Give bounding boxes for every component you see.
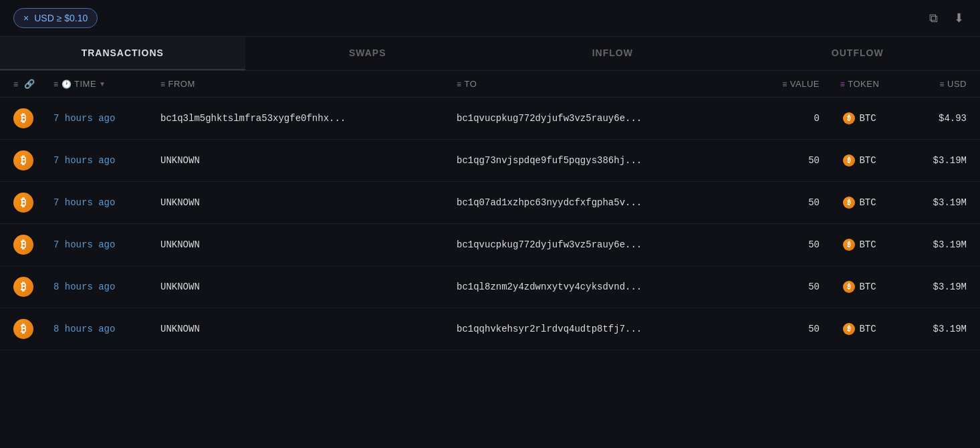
row-value: 50 xyxy=(753,239,820,250)
token-name: BTC xyxy=(859,197,876,208)
tab-outflow[interactable]: OUTFLOW xyxy=(735,37,981,70)
header-to[interactable]: ≡ TO xyxy=(457,79,753,89)
row-token: ₿ BTC xyxy=(820,154,900,166)
row-from: UNKNOWN xyxy=(160,197,457,208)
btc-token-icon: ₿ xyxy=(843,323,855,335)
row-usd: $3.19M xyxy=(900,155,967,166)
header-token[interactable]: ≡ TOKEN xyxy=(820,79,900,89)
token-name: BTC xyxy=(859,324,876,334)
filter-token-icon[interactable]: ≡ xyxy=(840,80,846,89)
filter-value-icon[interactable]: ≡ xyxy=(782,80,787,89)
btc-token-icon: ₿ xyxy=(843,197,855,209)
tabs-row: TRANSACTIONS SWAPS INFLOW OUTFLOW xyxy=(0,37,980,71)
btc-icon: ₿ xyxy=(13,319,33,339)
table-row[interactable]: ₿ 7 hours ago UNKNOWN bc1qvucpkug772dyju… xyxy=(0,224,980,266)
row-icon-col: ₿ xyxy=(13,319,53,339)
btc-token-icon: ₿ xyxy=(843,112,855,124)
table-row[interactable]: ₿ 8 hours ago UNKNOWN bc1ql8znm2y4zdwnxy… xyxy=(0,266,980,308)
row-from: UNKNOWN xyxy=(160,239,457,250)
row-from: UNKNOWN xyxy=(160,324,457,334)
tab-inflow[interactable]: INFLOW xyxy=(490,37,735,70)
filter-to-icon[interactable]: ≡ xyxy=(457,80,462,89)
header-icons-col: ≡ 🔗 xyxy=(13,79,53,89)
row-to: bc1qvucpkug772dyjufw3vz5rauy6e... xyxy=(457,113,753,124)
link-icon: 🔗 xyxy=(24,79,35,89)
row-to: bc1qvucpkug772dyjufw3vz5rauy6e... xyxy=(457,239,753,250)
download-icon: ⬇ xyxy=(954,11,964,25)
btc-icon: ₿ xyxy=(13,108,33,128)
value-label: VALUE xyxy=(790,79,820,89)
top-bar: × USD ≥ $0.10 ⧉ ⬇ xyxy=(0,0,980,37)
clock-icon: 🕐 xyxy=(62,80,72,89)
row-icon-col: ₿ xyxy=(13,108,53,128)
row-value: 50 xyxy=(753,197,820,208)
header-value[interactable]: ≡ VALUE xyxy=(753,79,820,89)
copy-icon: ⧉ xyxy=(929,11,938,25)
btc-icon: ₿ xyxy=(13,277,33,297)
row-from: UNKNOWN xyxy=(160,155,457,166)
btc-icon: ₿ xyxy=(13,193,33,213)
filter-time-icon[interactable]: ≡ xyxy=(53,80,59,89)
btc-icon: ₿ xyxy=(13,235,33,255)
filter-from-icon[interactable]: ≡ xyxy=(160,80,166,89)
token-name: BTC xyxy=(859,282,876,292)
row-time: 8 hours ago xyxy=(53,282,160,292)
btc-token-icon: ₿ xyxy=(843,281,855,293)
header-time[interactable]: ≡ 🕐 TIME ▼ xyxy=(53,79,160,89)
table-row[interactable]: ₿ 7 hours ago UNKNOWN bc1q07ad1xzhpc63ny… xyxy=(0,182,980,224)
row-usd: $3.19M xyxy=(900,239,967,250)
row-time: 7 hours ago xyxy=(53,239,160,250)
header-usd[interactable]: ≡ USD xyxy=(900,79,967,89)
row-time: 8 hours ago xyxy=(53,324,160,334)
table-row[interactable]: ₿ 7 hours ago UNKNOWN bc1qg73nvjspdqe9fu… xyxy=(0,140,980,182)
row-to: bc1qg73nvjspdqe9fuf5pqgys386hj... xyxy=(457,155,753,166)
from-label: FROM xyxy=(168,79,195,89)
row-value: 50 xyxy=(753,155,820,166)
row-to: bc1qqhvkehsyr2rlrdvq4udtp8tfj7... xyxy=(457,324,753,334)
row-icon-col: ₿ xyxy=(13,235,53,255)
btc-token-icon: ₿ xyxy=(843,239,855,251)
token-name: BTC xyxy=(859,239,876,250)
sort-arrow-icon[interactable]: ▼ xyxy=(99,80,106,88)
tab-transactions[interactable]: TRANSACTIONS xyxy=(0,37,245,70)
copy-button[interactable]: ⧉ xyxy=(927,9,941,28)
token-label: TOKEN xyxy=(848,79,879,89)
row-usd: $4.93 xyxy=(900,113,967,124)
row-time: 7 hours ago xyxy=(53,197,160,208)
row-usd: $3.19M xyxy=(900,282,967,292)
row-token: ₿ BTC xyxy=(820,112,900,124)
row-token: ₿ BTC xyxy=(820,197,900,209)
row-from: UNKNOWN xyxy=(160,282,457,292)
row-icon-col: ₿ xyxy=(13,193,53,213)
header-from[interactable]: ≡ FROM xyxy=(160,79,457,89)
row-usd: $3.19M xyxy=(900,197,967,208)
top-actions: ⧉ ⬇ xyxy=(927,8,967,28)
download-button[interactable]: ⬇ xyxy=(951,8,967,28)
table-row[interactable]: ₿ 8 hours ago UNKNOWN bc1qqhvkehsyr2rlrd… xyxy=(0,308,980,350)
filter-label: USD ≥ $0.10 xyxy=(34,13,88,23)
tab-swaps[interactable]: SWAPS xyxy=(245,37,491,70)
row-token: ₿ BTC xyxy=(820,239,900,251)
filter-usd-icon[interactable]: ≡ xyxy=(940,80,945,89)
btc-token-icon: ₿ xyxy=(843,154,855,166)
row-from: bc1q3lm5ghktslmfra53xygfe0fnhx... xyxy=(160,113,457,124)
table-row[interactable]: ₿ 7 hours ago bc1q3lm5ghktslmfra53xygfe0… xyxy=(0,98,980,140)
token-name: BTC xyxy=(859,113,876,124)
time-label: TIME xyxy=(74,79,96,89)
row-value: 50 xyxy=(753,282,820,292)
token-name: BTC xyxy=(859,155,876,166)
row-usd: $3.19M xyxy=(900,324,967,334)
row-icon-col: ₿ xyxy=(13,150,53,171)
row-icon-col: ₿ xyxy=(13,277,53,297)
row-to: bc1ql8znm2y4zdwnxytvy4cyksdvnd... xyxy=(457,282,753,292)
to-label: TO xyxy=(465,79,477,89)
row-value: 0 xyxy=(753,113,820,124)
filter-icon[interactable]: ≡ xyxy=(13,80,19,89)
row-token: ₿ BTC xyxy=(820,323,900,335)
filter-tag[interactable]: × USD ≥ $0.10 xyxy=(13,8,98,28)
column-headers: ≡ 🔗 ≡ 🕐 TIME ▼ ≡ FROM ≡ TO ≡ VALUE ≡ TOK… xyxy=(0,71,980,98)
row-token: ₿ BTC xyxy=(820,281,900,293)
usd-label: USD xyxy=(947,79,967,89)
row-value: 50 xyxy=(753,324,820,334)
close-filter-icon[interactable]: × xyxy=(23,13,29,23)
